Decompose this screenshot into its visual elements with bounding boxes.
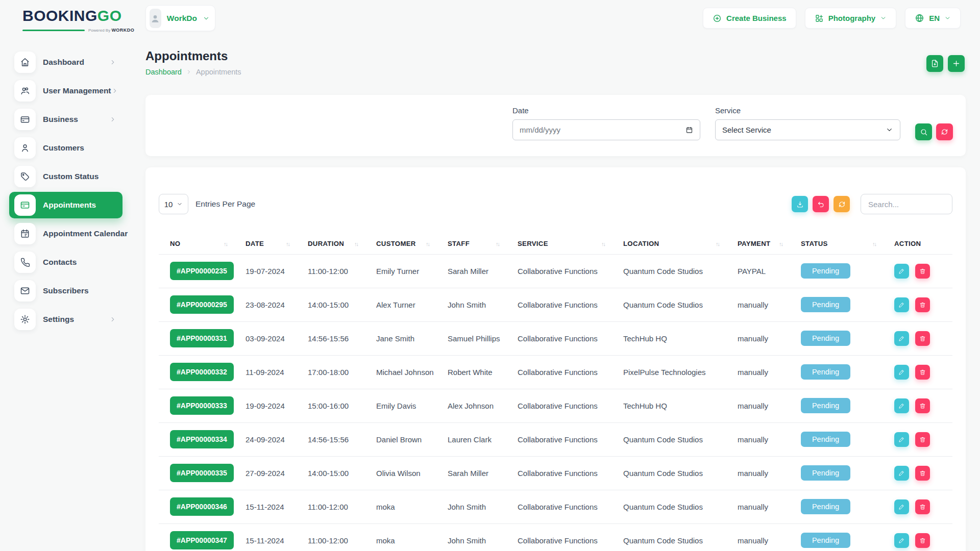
service-select[interactable]: Select Service bbox=[715, 119, 900, 140]
workspace-menu-button[interactable]: WorkDo bbox=[145, 5, 215, 31]
delete-button[interactable] bbox=[915, 466, 930, 481]
export-button[interactable] bbox=[926, 55, 943, 72]
column-header-payment[interactable]: PAYMENT↑↓ bbox=[731, 234, 795, 254]
filter-reset-button[interactable] bbox=[936, 123, 953, 140]
chevron-right-icon bbox=[109, 316, 116, 323]
sidebar-item-dashboard[interactable]: Dashboard bbox=[9, 49, 122, 76]
edit-button[interactable] bbox=[894, 331, 909, 346]
column-header-customer[interactable]: CUSTOMER↑↓ bbox=[370, 234, 442, 254]
plus-circle-icon bbox=[713, 14, 722, 23]
edit-button[interactable] bbox=[894, 398, 909, 413]
edit-button[interactable] bbox=[894, 365, 909, 380]
cell-location: Quantum Code Studios bbox=[617, 456, 731, 490]
edit-button[interactable] bbox=[894, 432, 909, 447]
create-business-button[interactable]: Create Business bbox=[703, 8, 796, 29]
column-header-duration[interactable]: DURATION↑↓ bbox=[302, 234, 370, 254]
column-header-date[interactable]: DATE↑↓ bbox=[239, 234, 302, 254]
cell-service: Collaborative Functions bbox=[511, 288, 617, 321]
delete-button[interactable] bbox=[915, 432, 930, 447]
sort-icon[interactable]: ↑↓ bbox=[716, 241, 719, 247]
business-selector-button[interactable]: Photography bbox=[805, 8, 897, 29]
edit-button[interactable] bbox=[894, 499, 909, 514]
column-header-service[interactable]: SERVICE↑↓ bbox=[511, 234, 617, 254]
sidebar-item-subscribers[interactable]: Subscribers bbox=[9, 278, 122, 304]
brand-name: BOOKINGGO bbox=[22, 7, 145, 24]
cell-payment: manually bbox=[731, 355, 795, 389]
table-row: #APP00000347 15-11-2024 11:00-12:00 moka… bbox=[159, 523, 952, 551]
delete-button[interactable] bbox=[915, 398, 930, 413]
edit-button[interactable] bbox=[894, 297, 909, 312]
cell-location: Quantum Code Studios bbox=[617, 288, 731, 321]
appointment-id-badge: #APP00000334 bbox=[170, 430, 234, 448]
add-appointment-button[interactable] bbox=[948, 55, 965, 72]
edit-button[interactable] bbox=[894, 466, 909, 481]
status-badge: Pending bbox=[801, 465, 850, 481]
cell-duration: 14:00-15:00 bbox=[302, 288, 370, 321]
column-header-location[interactable]: LOCATION↑↓ bbox=[617, 234, 731, 254]
sort-icon[interactable]: ↑↓ bbox=[779, 241, 782, 247]
refresh-button[interactable] bbox=[834, 196, 850, 212]
table-search-input[interactable] bbox=[861, 194, 952, 214]
sort-icon[interactable]: ↑↓ bbox=[496, 241, 499, 247]
column-header-status[interactable]: STATUS↑↓ bbox=[795, 234, 888, 254]
column-header-action: ACTION bbox=[888, 234, 952, 254]
credit-card-icon bbox=[14, 109, 36, 130]
status-badge: Pending bbox=[801, 533, 850, 548]
brand-powered-by: Powered By WORKDO bbox=[22, 28, 145, 33]
pencil-icon bbox=[898, 302, 905, 308]
status-badge: Pending bbox=[801, 364, 850, 380]
delete-button[interactable] bbox=[915, 331, 930, 346]
cell-location: PixelPulse Technologies bbox=[617, 355, 731, 389]
globe-icon bbox=[915, 13, 924, 23]
delete-button[interactable] bbox=[915, 297, 930, 312]
sidebar-item-customers[interactable]: Customers bbox=[9, 135, 122, 161]
cell-customer: Alex Turner bbox=[370, 288, 442, 321]
filter-search-button[interactable] bbox=[915, 123, 932, 140]
edit-button[interactable] bbox=[894, 533, 909, 548]
sidebar-item-business[interactable]: Business bbox=[9, 106, 122, 133]
sidebar-item-settings[interactable]: Settings bbox=[9, 306, 122, 333]
sort-icon[interactable]: ↑↓ bbox=[354, 241, 358, 247]
entries-per-page-select[interactable]: 10 bbox=[159, 194, 188, 214]
sidebar-item-custom-status[interactable]: Custom Status bbox=[9, 163, 122, 190]
trash-icon bbox=[919, 403, 926, 409]
brand-logo[interactable]: BOOKINGGO Powered By WORKDO bbox=[22, 7, 145, 33]
column-header-staff[interactable]: STAFF↑↓ bbox=[442, 234, 511, 254]
pencil-icon bbox=[898, 537, 905, 544]
sort-icon[interactable]: ↑↓ bbox=[286, 241, 289, 247]
pencil-icon bbox=[898, 403, 905, 409]
sort-icon[interactable]: ↑↓ bbox=[872, 241, 876, 247]
delete-button[interactable] bbox=[915, 533, 930, 548]
sidebar-item-contacts[interactable]: Contacts bbox=[9, 249, 122, 276]
sort-icon[interactable]: ↑↓ bbox=[224, 241, 227, 247]
language-selector-button[interactable]: EN bbox=[905, 8, 961, 29]
delete-button[interactable] bbox=[915, 365, 930, 380]
download-button[interactable] bbox=[792, 196, 808, 212]
calendar-icon[interactable] bbox=[685, 126, 693, 134]
cell-duration: 14:56-15:56 bbox=[302, 422, 370, 456]
column-header-no[interactable]: NO↑↓ bbox=[159, 234, 239, 254]
cell-staff: John Smith bbox=[442, 490, 511, 523]
cell-location: Quantum Code Studios bbox=[617, 523, 731, 551]
date-input[interactable]: mm/dd/yyyy bbox=[512, 119, 700, 140]
sort-icon[interactable]: ↑↓ bbox=[426, 241, 429, 247]
chevron-right-icon bbox=[186, 69, 192, 75]
delete-button[interactable] bbox=[915, 499, 930, 514]
sort-icon[interactable]: ↑↓ bbox=[601, 241, 605, 247]
edit-button[interactable] bbox=[894, 264, 909, 279]
cell-date: 23-08-2024 bbox=[239, 288, 302, 321]
sidebar-item-user-management[interactable]: User Management bbox=[9, 78, 122, 104]
pencil-icon bbox=[898, 335, 905, 342]
sidebar-item-appointment-calendar[interactable]: Appointment Calendar bbox=[9, 220, 122, 247]
cell-duration: 14:00-15:00 bbox=[302, 456, 370, 490]
delete-button[interactable] bbox=[915, 264, 930, 279]
pencil-icon bbox=[898, 504, 905, 510]
cell-payment: PAYPAL bbox=[731, 254, 795, 288]
breadcrumb-dashboard-link[interactable]: Dashboard bbox=[145, 68, 182, 76]
undo-button[interactable] bbox=[813, 196, 829, 212]
sidebar-item-appointments[interactable]: Appointments bbox=[9, 192, 122, 218]
download-icon bbox=[796, 201, 804, 208]
plus-icon bbox=[952, 59, 961, 68]
chevron-down-icon bbox=[886, 126, 893, 134]
cell-customer: Jane Smith bbox=[370, 321, 442, 355]
